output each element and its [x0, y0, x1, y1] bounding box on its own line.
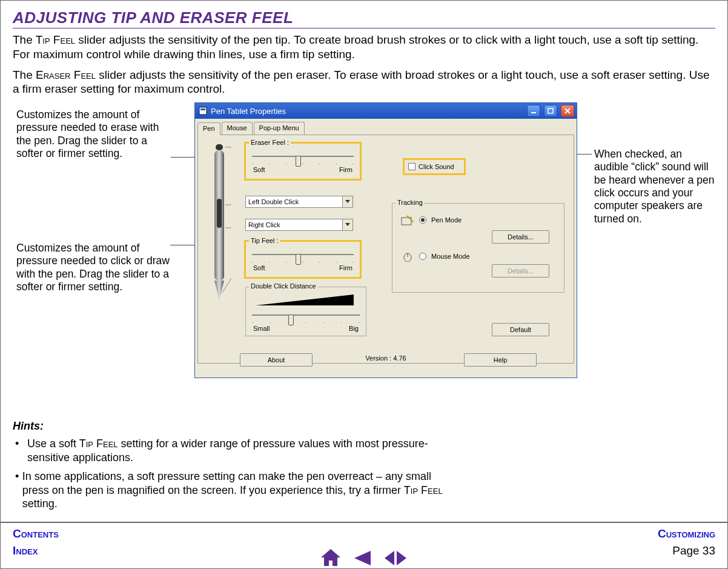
- close-button[interactable]: [561, 105, 574, 117]
- annotation-tip: Customizes the amount of pressure needed…: [16, 242, 174, 293]
- click-sound-checkbox[interactable]: Click Sound: [404, 159, 465, 174]
- customizing-link[interactable]: Customizing: [658, 527, 715, 541]
- svg-marker-19: [354, 551, 371, 565]
- tip-feel-label: Tip Feel :: [249, 237, 280, 244]
- eraser-feel-group: Eraser Feel : ....... SoftFirm: [245, 143, 360, 179]
- prev-next-icon[interactable]: [383, 550, 408, 567]
- pen-mode-radio[interactable]: Pen Mode: [401, 215, 462, 225]
- tab-mouse[interactable]: Mouse: [222, 122, 253, 135]
- svg-rect-5: [217, 199, 222, 228]
- app-icon: [199, 107, 207, 115]
- dialog-window: Pen Tablet Properties Pen Mouse Pop-up M…: [194, 102, 577, 378]
- mouse-mode-radio[interactable]: Mouse Mode: [401, 251, 470, 262]
- page-number: Page 33: [672, 544, 715, 557]
- annotation-click-sound: When checked, an audible “click” sound w…: [594, 148, 715, 225]
- section-heading: ADJUSTING TIP AND ERASER FEEL: [13, 8, 715, 28]
- pen-mode-details-button[interactable]: Details...: [492, 230, 549, 244]
- about-button[interactable]: About: [240, 353, 313, 367]
- tip-feel-group: Tip Feel : ....... SoftFirm: [245, 241, 360, 278]
- svg-rect-0: [199, 107, 207, 115]
- dcd-label: Double Click Distance: [249, 282, 318, 290]
- annotation-eraser: Customizes the amount of pressure needed…: [16, 108, 168, 160]
- eraser-feel-slider[interactable]: [252, 156, 354, 157]
- tracking-group: Tracking Pen Mode Mouse Mode: [392, 203, 564, 293]
- index-link[interactable]: Index: [13, 544, 38, 557]
- minimize-button[interactable]: [527, 105, 540, 117]
- svg-rect-3: [216, 144, 223, 150]
- chevron-down-icon: [342, 219, 352, 230]
- double-click-distance-group: Double Click Distance ....... SmallBig: [245, 287, 366, 336]
- svg-marker-20: [385, 551, 394, 565]
- dcd-slider[interactable]: [252, 314, 360, 316]
- page-footer: Contents Customizing Index Page 33: [1, 522, 727, 568]
- svg-rect-2: [548, 108, 553, 113]
- svg-marker-13: [256, 294, 354, 305]
- svg-line-15: [407, 216, 413, 222]
- svg-marker-11: [345, 200, 350, 203]
- mouse-mode-details-button[interactable]: Details...: [492, 264, 549, 278]
- chevron-down-icon: [342, 196, 352, 207]
- svg-marker-18: [321, 549, 340, 566]
- lower-button-dropdown[interactable]: Right Click: [245, 219, 353, 231]
- tablet-icon: [401, 215, 414, 225]
- home-icon[interactable]: [320, 548, 341, 567]
- maximize-button[interactable]: [544, 105, 557, 117]
- tab-pen[interactable]: Pen: [197, 122, 220, 135]
- hint-item: • Use a soft Tip Feel setting for a wide…: [13, 437, 449, 464]
- svg-marker-6: [214, 281, 224, 301]
- checkbox-icon: [408, 163, 415, 170]
- hints-heading: Hints:: [13, 420, 715, 433]
- wedge-icon: [253, 292, 356, 309]
- contents-link[interactable]: Contents: [13, 527, 59, 541]
- svg-marker-12: [345, 223, 350, 226]
- back-icon[interactable]: [353, 550, 371, 567]
- tab-panel: Eraser Feel : ....... SoftFirm Left Doub…: [197, 135, 574, 364]
- eraser-feel-label: Eraser Feel :: [249, 139, 291, 146]
- tip-feel-slider[interactable]: [252, 254, 354, 255]
- upper-button-dropdown[interactable]: Left Double Click: [245, 196, 353, 208]
- hint-item: • In some applications, a soft pressure …: [13, 470, 449, 511]
- mouse-icon: [401, 251, 414, 262]
- help-button[interactable]: Help: [464, 353, 537, 367]
- intro-paragraph-2: The Eraser Feel slider adjusts the sensi…: [13, 68, 715, 97]
- intro-paragraph-1: The Tip Feel slider adjusts the sensitiv…: [13, 33, 715, 62]
- svg-rect-1: [200, 108, 205, 110]
- tab-popup-menu[interactable]: Pop-up Menu: [254, 122, 305, 135]
- window-title: Pen Tablet Properties: [211, 107, 286, 116]
- titlebar: Pen Tablet Properties: [195, 103, 577, 119]
- pen-illustration: [207, 138, 231, 302]
- default-button[interactable]: Default: [492, 323, 549, 336]
- svg-marker-21: [397, 551, 406, 565]
- tracking-label: Tracking: [395, 199, 425, 206]
